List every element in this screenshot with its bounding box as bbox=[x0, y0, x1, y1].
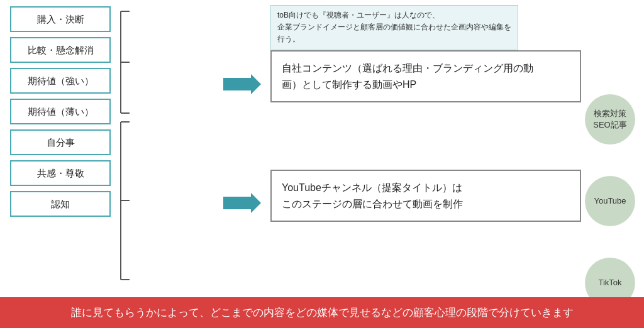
stage-compare: 比較・懸念解消 bbox=[10, 37, 111, 63]
bottom-bar-text: 誰に見てもらうかによって、どこまでの内容をどの媒体で見せるなどの顧客心理の段階で… bbox=[71, 307, 574, 319]
stage-expectation-strong: 期待値（強い） bbox=[10, 68, 111, 94]
bottom-bar: 誰に見てもらうかによって、どこまでの内容をどの媒体で見せるなどの顧客心理の段階で… bbox=[0, 297, 644, 328]
stage-self: 自分事 bbox=[10, 129, 111, 155]
icon-youtube: YouTube bbox=[585, 176, 635, 226]
bracket-bottom bbox=[112, 121, 131, 281]
note-box: toB向けでも『視聴者・ユーザー』は人なので、 企業ブランドイメージと顧客層の価… bbox=[270, 5, 518, 50]
bracket-top bbox=[112, 10, 131, 114]
content-box-bottom: YouTubeチャンネル（提案タイトル）は このステージの層に合わせて動画を制作 bbox=[270, 170, 581, 222]
svg-marker-9 bbox=[223, 193, 261, 213]
icon-seo-line2: SEO記事 bbox=[593, 119, 626, 131]
stage-expectation-weak: 期待値（薄い） bbox=[10, 99, 111, 124]
icon-seo-line1: 検索対策 bbox=[594, 108, 626, 119]
icon-seo: 検索対策 SEO記事 bbox=[585, 94, 635, 145]
svg-marker-8 bbox=[223, 74, 261, 94]
stage-purchase: 購入・決断 bbox=[10, 6, 111, 32]
content-box-top: 自社コンテンツ（選ばれる理由・ブランディング用の動 画）として制作する動画やHP bbox=[270, 50, 581, 102]
stage-awareness: 認知 bbox=[10, 191, 111, 217]
arrow-top bbox=[223, 73, 261, 96]
icon-youtube-label: YouTube bbox=[594, 195, 626, 207]
note-text: toB向けでも『視聴者・ユーザー』は人なので、 企業ブランドイメージと顧客層の価… bbox=[277, 11, 511, 43]
content-bottom-text: YouTubeチャンネル（提案タイトル）は このステージの層に合わせて動画を制作 bbox=[282, 182, 463, 209]
icon-tiktok-label: TikTok bbox=[598, 277, 621, 288]
content-top-text: 自社コンテンツ（選ばれる理由・ブランディング用の動 画）として制作する動画やHP bbox=[282, 63, 533, 90]
arrow-bottom bbox=[223, 192, 261, 214]
right-icons-column: 検索対策 SEO記事 YouTube TikTok bbox=[585, 94, 635, 308]
main-container: toB向けでも『視聴者・ユーザー』は人なので、 企業ブランドイメージと顧客層の価… bbox=[0, 0, 644, 328]
stage-empathy: 共感・尊敬 bbox=[10, 160, 111, 186]
left-column: 購入・決断 比較・懸念解消 期待値（強い） 期待値（薄い） 自分事 共感・尊敬 … bbox=[10, 6, 111, 217]
